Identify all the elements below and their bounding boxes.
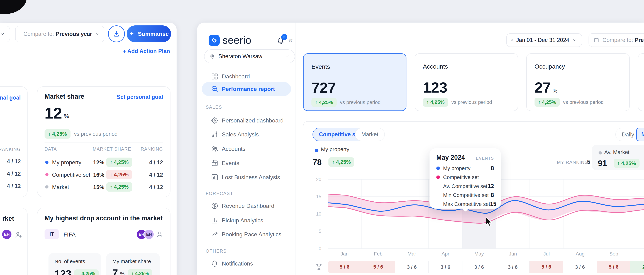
x-tick: Mar: [401, 251, 422, 257]
ranking-cell[interactable]: 5 / 6: [530, 261, 563, 273]
y-tick: 5: [310, 228, 321, 234]
app-logo[interactable]: [208, 35, 220, 46]
col-data: DATA: [44, 146, 57, 152]
edge-card-drop-account: rket EH: [0, 208, 28, 275]
divider: [44, 247, 163, 247]
drop-account-card: My highest drop account in the market IT…: [37, 208, 170, 275]
set-goal-link-tail[interactable]: onal goal: [0, 95, 21, 101]
sidebar-item-dashboard[interactable]: Dashboard: [222, 73, 250, 80]
ranking-cell[interactable]: 3 / 6: [428, 261, 462, 273]
series-dot: [45, 173, 48, 176]
kpi-card-accounts[interactable]: Accounts 123 ↑ 4,25% vs previous period: [415, 53, 518, 111]
x-tick: May: [468, 251, 490, 257]
ranking-value: 4 / 12: [7, 171, 21, 177]
row-name: My property: [52, 159, 82, 166]
chevron-down-icon: [95, 32, 100, 37]
sidebar-item-revenue-dashboard[interactable]: Revenue Dashboard: [222, 203, 274, 209]
chart-tooltip: May 2024 EVENTS My property 8 Competitiv…: [430, 148, 501, 209]
kpi-note: vs previous period: [563, 99, 604, 105]
card-title-tail: rket: [2, 215, 14, 222]
row-share: 15%: [93, 184, 104, 190]
metric-card: My market share 7 % ↑ 4,25%: [106, 253, 160, 275]
sidebar-item-lost-business-analysis[interactable]: Lost Business Analysis: [222, 174, 280, 181]
delta-note: vs previous period: [74, 131, 118, 137]
property-select[interactable]: Sheraton Warsaw: [204, 49, 295, 63]
ranking-value: 4 / 12: [7, 183, 21, 189]
tooltip-row: My property 8: [436, 164, 494, 173]
ranking-cell[interactable]: 5 / 6: [328, 261, 361, 273]
kpi-note: vs previous period: [451, 99, 492, 105]
tab-market[interactable]: Market: [355, 128, 385, 141]
kpi-card-partial[interactable]: [638, 53, 644, 111]
metric-value: 7: [112, 268, 118, 275]
collapsed-select[interactable]: [0, 26, 10, 42]
kpi-card-occupancy[interactable]: Occupancy 27 % ↑ 4,25% vs previous perio…: [526, 53, 630, 111]
tooltip-value: 8: [491, 192, 494, 198]
compare-select-main[interactable]: Compare to: Previou: [588, 33, 644, 47]
market-share-card: Market share Set personal goal 12 % ↑ 4,…: [37, 86, 170, 197]
sidebar-item-notifications[interactable]: Notifications: [222, 260, 253, 267]
row-delta: ↓ 4,25%: [106, 170, 132, 179]
tooltip-row: Competitive set: [436, 173, 494, 182]
collapse-sidebar-button[interactable]: «: [288, 35, 293, 45]
chevron-down-icon: [285, 54, 290, 59]
date-range-select[interactable]: Jan 01 - Dec 31 2024: [506, 33, 582, 47]
ranking-cell[interactable]: 3 / 6: [462, 261, 496, 273]
metric-value: 123: [54, 268, 71, 275]
sidebar-item-personalized-dashboard[interactable]: Personalized dashboard: [222, 117, 284, 124]
sidebar-item-sales-analysis[interactable]: Sales Analysis: [222, 131, 259, 138]
summarise-button[interactable]: Summarise: [127, 26, 171, 42]
ranking-header: RANKING: [0, 147, 21, 152]
compare-select[interactable]: Compare to: Previous year: [15, 26, 104, 42]
tooltip-value: 12: [488, 183, 494, 189]
kpi-value: 27: [534, 80, 551, 95]
add-person-icon[interactable]: [156, 230, 164, 238]
row-ranking: 4 / 12: [149, 159, 163, 166]
row-name: Market: [52, 184, 69, 190]
x-tick: Aug: [570, 251, 591, 257]
av-market-panel: Av. Market 91 ↑ 4,25%: [592, 145, 644, 170]
ranking-cell[interactable]: 2 / 6: [630, 261, 644, 273]
kpi-note: vs previous period: [340, 100, 380, 105]
row-share: 12%: [93, 159, 104, 166]
sidebar-item-accounts[interactable]: Accounts: [222, 146, 246, 152]
accounts-icon: [211, 145, 218, 153]
tooltip-title: May 2024: [436, 154, 465, 161]
ranking-cell[interactable]: 5 / 6: [361, 261, 395, 273]
kpi-label: Occupancy: [534, 63, 565, 70]
table-row: My property 12% ↑ 4,25% 4 / 12: [38, 157, 170, 167]
card-title: Market share: [44, 93, 84, 100]
ranking-cell[interactable]: 3 / 6: [563, 261, 597, 273]
add-person-icon[interactable]: [14, 231, 22, 239]
series-dot: [45, 161, 48, 164]
competitive-set-dot: [436, 175, 440, 179]
compare-label: Compare to:: [602, 37, 633, 43]
value-number: 12: [44, 105, 62, 121]
x-tick: Sep: [603, 251, 624, 257]
main-window: seerio 2 « Sheraton Warsaw Dashboard Per…: [197, 23, 644, 275]
performance-report-icon: [211, 85, 218, 93]
sidebar-item-pickup-analytics[interactable]: Pickup Analytics: [222, 217, 263, 224]
kpi-card-events[interactable]: Events 727 ↑ 4,25% vs previous period: [303, 53, 406, 111]
tooltip-unit: EVENTS: [476, 156, 494, 161]
set-personal-goal-link[interactable]: Set personal goal: [117, 94, 163, 100]
ranking-cell[interactable]: 3 / 6: [395, 261, 428, 273]
y-tick: 0: [310, 246, 321, 251]
kpi-label: Events: [312, 63, 330, 70]
sidebar-item-booking-pace-analytics[interactable]: Booking Pace Analytics: [222, 231, 282, 238]
add-action-plan-link[interactable]: + Add Action Plan: [123, 48, 170, 55]
background-shape-top-left: [0, 0, 27, 14]
sales-analysis-icon: [211, 131, 218, 138]
calendar-icon: [594, 37, 599, 43]
pickup-analytics-icon: [211, 216, 218, 224]
kpi-delta-row: ↑ 4,25% vs previous period: [534, 98, 604, 107]
ranking-cell[interactable]: 5 / 6: [597, 261, 630, 273]
section-label-forecast: FORECAST: [206, 191, 233, 196]
toggle-monthly[interactable]: Mo: [636, 128, 644, 141]
notification-badge: 2: [281, 34, 287, 40]
sidebar-item-events[interactable]: Events: [222, 160, 239, 166]
toggle-daily[interactable]: Daily: [622, 131, 634, 138]
sidebar-item-performance-report-label[interactable]: Performance report: [222, 86, 275, 92]
download-button[interactable]: [108, 26, 125, 42]
ranking-cell[interactable]: 3 / 6: [496, 261, 530, 273]
